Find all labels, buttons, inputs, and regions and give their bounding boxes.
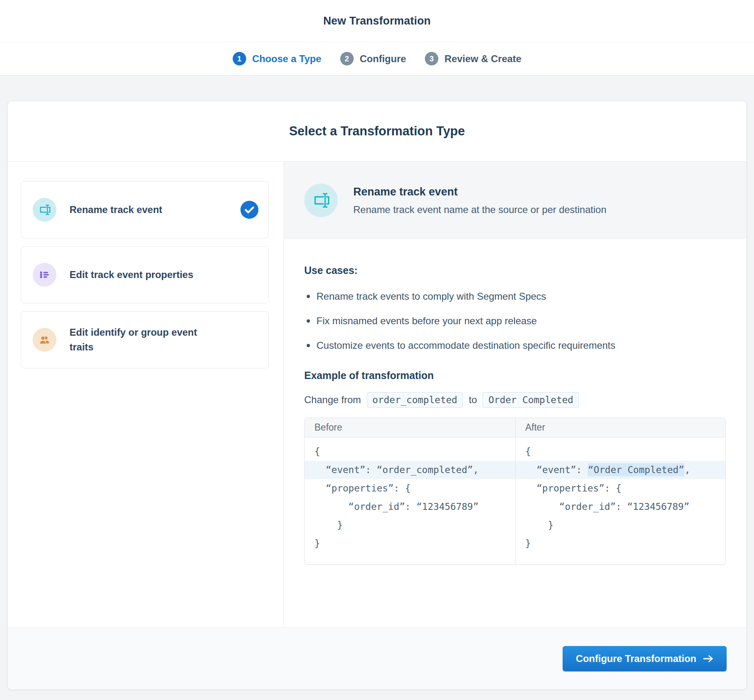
- modal-header: New Transformation: [0, 0, 754, 42]
- change-middle: to: [469, 394, 477, 406]
- code-line: }: [314, 516, 505, 534]
- after-column-header: After: [516, 418, 726, 438]
- after-column: After { “event”: “Order Completed”, “pro…: [515, 418, 726, 564]
- code-line: }: [525, 534, 716, 553]
- change-from-chip: order_completed: [367, 392, 463, 408]
- type-detail-panel: Rename track event Rename track event na…: [284, 162, 746, 627]
- card-columns: Rename track event: [8, 162, 746, 627]
- use-case-item: Fix misnamed events before your next app…: [304, 315, 726, 327]
- example-heading: Example of transformation: [304, 370, 726, 381]
- type-option-list: Rename track event: [8, 162, 284, 627]
- code-line: }: [314, 534, 505, 553]
- option-edit-identify-or-group-traits[interactable]: Edit identify or group event traits: [21, 311, 269, 368]
- selected-check-icon: [240, 201, 258, 219]
- before-column-header: Before: [305, 418, 515, 438]
- use-cases-heading: Use cases:: [304, 265, 726, 276]
- list-properties-icon: [33, 263, 56, 287]
- step-2-number-badge: 2: [340, 52, 354, 65]
- card-title: Select a Transformation Type: [289, 124, 465, 139]
- card-heading: Select a Transformation Type: [8, 101, 746, 162]
- highlighted-token: “Order Completed”: [588, 463, 684, 476]
- step-3-number-badge: 3: [425, 52, 438, 65]
- wizard-steps: 1 Choose a Type 2 Configure 3 Review & C…: [0, 42, 754, 76]
- detail-title: Rename track event: [353, 186, 606, 198]
- option-edit-track-event-properties[interactable]: Edit track event properties: [21, 246, 269, 303]
- code-line: “order_id”: “123456789”: [314, 498, 505, 516]
- detail-subtitle: Rename track event name at the source or…: [353, 204, 606, 215]
- step-1-number-badge: 1: [233, 52, 246, 65]
- page-title: New Transformation: [323, 15, 431, 27]
- change-prefix: Change from: [304, 394, 361, 406]
- configure-transformation-button[interactable]: Configure Transformation: [563, 646, 727, 671]
- arrow-right-icon: [703, 655, 714, 663]
- step-1-label: Choose a Type: [252, 53, 321, 65]
- people-icon: [33, 328, 56, 352]
- configure-transformation-label: Configure Transformation: [576, 653, 696, 664]
- use-cases-list: Rename track events to comply with Segme…: [304, 290, 726, 352]
- option-rename-track-event[interactable]: Rename track event: [21, 181, 269, 238]
- code-line: “properties”: {: [525, 479, 716, 498]
- code-line: “order_id”: “123456789”: [525, 498, 716, 516]
- transformation-type-card: Select a Transformation Type: [7, 101, 747, 690]
- before-column: Before { “event”: “order_completed”, “pr…: [305, 418, 515, 564]
- step-3-label: Review & Create: [444, 53, 521, 65]
- page-body: Select a Transformation Type: [0, 76, 754, 699]
- rename-icon: [33, 198, 56, 222]
- use-case-item: Rename track events to comply with Segme…: [304, 290, 726, 303]
- use-case-item: Customize events to accommodate destinat…: [304, 339, 726, 352]
- before-after-table: Before { “event”: “order_completed”, “pr…: [304, 417, 726, 565]
- card-footer: Configure Transformation: [8, 627, 746, 689]
- detail-body: Use cases: Rename track events to comply…: [284, 239, 746, 565]
- code-line-highlighted: “event”: “Order Completed”,: [516, 461, 726, 479]
- option-label: Edit identify or group event traits: [70, 325, 209, 354]
- detail-header: Rename track event Rename track event na…: [284, 162, 746, 239]
- code-line: {: [314, 442, 505, 461]
- option-label: Rename track event: [70, 202, 162, 217]
- code-line-highlighted: “event”: “order_completed”,: [305, 461, 515, 479]
- step-choose-a-type[interactable]: 1 Choose a Type: [233, 52, 321, 65]
- option-label: Edit track event properties: [70, 267, 193, 282]
- code-line: {: [525, 442, 716, 461]
- step-2-label: Configure: [360, 53, 406, 65]
- change-example-row: Change from order_completed to Order Com…: [304, 392, 726, 408]
- new-transformation-modal: New Transformation 1 Choose a Type 2 Con…: [0, 0, 754, 700]
- after-code-block: { “event”: “Order Completed”, “propertie…: [516, 438, 726, 564]
- before-code-block: { “event”: “order_completed”, “propertie…: [305, 438, 515, 564]
- code-line: “properties”: {: [314, 479, 505, 498]
- rename-icon: [304, 184, 338, 217]
- step-review-create[interactable]: 3 Review & Create: [425, 52, 521, 65]
- step-configure[interactable]: 2 Configure: [340, 52, 406, 65]
- code-line: }: [525, 516, 716, 534]
- change-to-chip: Order Completed: [482, 392, 579, 408]
